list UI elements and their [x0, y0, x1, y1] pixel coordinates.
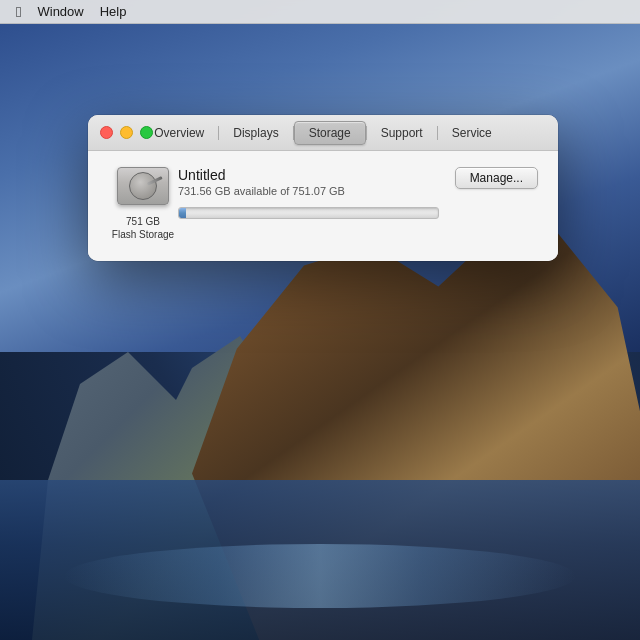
storage-bar-used [179, 208, 186, 218]
menubar-apple[interactable]:  [8, 0, 29, 23]
tab-displays[interactable]: Displays [219, 122, 292, 144]
desktop-background [0, 0, 640, 640]
drive-type-label: Flash Storage [112, 228, 174, 241]
window-titlebar: Overview Displays Storage Support Servic… [88, 115, 558, 151]
tab-storage[interactable]: Storage [294, 121, 366, 145]
drive-available: 731.56 GB available of 751.07 GB [178, 185, 439, 197]
tab-support[interactable]: Support [367, 122, 437, 144]
drive-name: Untitled [178, 167, 439, 183]
menubar:  Window Help [0, 0, 640, 24]
drive-icon-platter [129, 172, 157, 200]
drive-info: Untitled 731.56 GB available of 751.07 G… [178, 167, 439, 219]
drive-size-label: 751 GB [126, 215, 160, 228]
tab-service[interactable]: Service [438, 122, 506, 144]
storage-main-row: 751 GB Flash Storage Untitled 731.56 GB … [108, 167, 538, 241]
menubar-help[interactable]: Help [92, 0, 135, 23]
traffic-lights [100, 126, 153, 139]
system-info-window: Overview Displays Storage Support Servic… [88, 115, 558, 261]
minimize-button[interactable] [120, 126, 133, 139]
menubar-window[interactable]: Window [29, 0, 91, 23]
maximize-button[interactable] [140, 126, 153, 139]
window-tabs: Overview Displays Storage Support Servic… [140, 121, 505, 145]
bg-water-shimmer [64, 544, 576, 608]
window-content: 751 GB Flash Storage Untitled 731.56 GB … [88, 151, 558, 261]
storage-bar [178, 207, 439, 219]
manage-button[interactable]: Manage... [455, 167, 538, 189]
drive-icon-container: 751 GB Flash Storage [108, 167, 178, 241]
close-button[interactable] [100, 126, 113, 139]
drive-icon [117, 167, 169, 211]
drive-icon-body [117, 167, 169, 205]
